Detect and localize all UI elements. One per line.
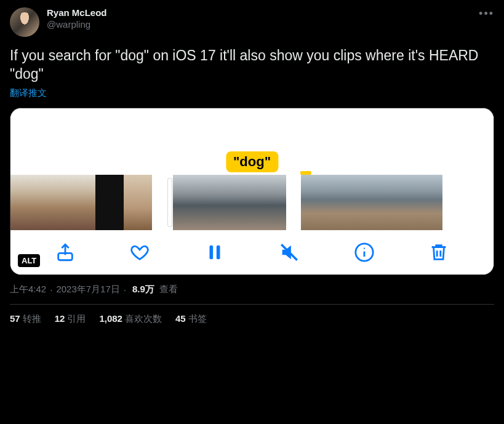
bookmarks-stat[interactable]: 45书签 bbox=[175, 313, 207, 325]
author-block[interactable]: Ryan McLeod @warpling bbox=[47, 7, 107, 31]
avatar[interactable] bbox=[10, 7, 39, 37]
stat-label: 转推 bbox=[23, 313, 41, 324]
display-name: Ryan McLeod bbox=[47, 7, 107, 19]
media-card[interactable]: "dog" bbox=[10, 108, 494, 275]
tweet-header: Ryan McLeod @warpling ••• bbox=[10, 7, 494, 37]
tweet-meta: 上午4:42 · 2023年7月17日 · 8.9万 查看 bbox=[10, 284, 494, 295]
tweet-text: If you search for "dog" on iOS 17 it'll … bbox=[10, 47, 494, 84]
heart-icon[interactable] bbox=[127, 240, 152, 265]
views-label: 查看 bbox=[159, 284, 178, 295]
pause-icon[interactable] bbox=[202, 240, 227, 265]
timeline-thumb bbox=[230, 175, 258, 230]
stat-label: 书签 bbox=[188, 313, 207, 324]
more-icon[interactable]: ••• bbox=[479, 7, 494, 20]
svg-point-6 bbox=[364, 247, 365, 249]
views-count: 8.9万 bbox=[132, 284, 154, 295]
info-icon[interactable] bbox=[352, 240, 377, 265]
meta-separator: · bbox=[124, 284, 126, 295]
clip-group bbox=[301, 175, 442, 230]
video-timeline[interactable] bbox=[10, 175, 494, 230]
svg-rect-1 bbox=[209, 245, 213, 259]
timeline-thumb bbox=[201, 175, 230, 230]
alt-badge[interactable]: ALT bbox=[18, 254, 40, 267]
clip-group bbox=[10, 175, 152, 230]
media-controls bbox=[10, 230, 494, 274]
tweet-stats: 57转推 12引用 1,082喜欢次数 45书签 bbox=[10, 305, 494, 325]
playhead[interactable] bbox=[168, 178, 172, 226]
mute-icon[interactable] bbox=[277, 240, 302, 265]
timeline-thumb bbox=[95, 175, 124, 230]
translate-link[interactable]: 翻译推文 bbox=[10, 87, 494, 99]
stat-label: 喜欢次数 bbox=[125, 313, 162, 324]
stat-label: 引用 bbox=[67, 313, 86, 324]
timeline-thumb bbox=[258, 175, 286, 230]
share-icon[interactable] bbox=[53, 240, 78, 265]
svg-rect-2 bbox=[217, 245, 220, 259]
search-term-label: "dog" bbox=[226, 151, 278, 172]
likes-stat[interactable]: 1,082喜欢次数 bbox=[99, 313, 162, 325]
handle: @warpling bbox=[47, 19, 107, 31]
stat-number: 45 bbox=[175, 313, 186, 324]
timeline-thumb bbox=[39, 175, 67, 230]
timeline-thumb bbox=[10, 175, 39, 230]
timeline-thumb bbox=[301, 175, 329, 230]
timeline-thumb bbox=[329, 175, 358, 230]
timeline-thumb bbox=[386, 175, 414, 230]
tweet-time[interactable]: 上午4:42 bbox=[10, 284, 46, 295]
stat-number: 1,082 bbox=[99, 313, 122, 324]
timeline-thumb bbox=[414, 175, 442, 230]
retweets-stat[interactable]: 57转推 bbox=[10, 313, 41, 325]
media-header-area: "dog" bbox=[10, 108, 494, 175]
timeline-thumb bbox=[173, 175, 201, 230]
tweet-date[interactable]: 2023年7月17日 bbox=[56, 284, 119, 295]
timeline-thumb bbox=[358, 175, 386, 230]
stat-number: 12 bbox=[55, 313, 65, 324]
timeline-thumb bbox=[124, 175, 152, 230]
clip-group bbox=[167, 175, 286, 230]
stat-number: 57 bbox=[10, 313, 20, 324]
tweet-container: Ryan McLeod @warpling ••• If you search … bbox=[0, 0, 504, 325]
meta-separator: · bbox=[50, 284, 52, 295]
trash-icon[interactable] bbox=[426, 240, 451, 265]
timeline-thumb bbox=[67, 175, 95, 230]
quotes-stat[interactable]: 12引用 bbox=[55, 313, 86, 325]
